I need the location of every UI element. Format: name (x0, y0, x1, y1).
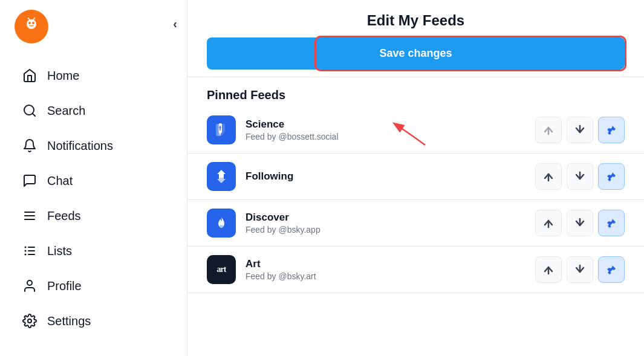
feed-info-following: Following (246, 170, 525, 183)
search-icon (22, 103, 37, 118)
feed-item-following: Following (187, 154, 644, 200)
sidebar-item-chat-label: Chat (47, 174, 73, 188)
svg-point-15 (25, 254, 27, 256)
feed-name-following: Following (246, 170, 525, 183)
pin-button-art[interactable] (598, 256, 625, 283)
sidebar-item-chat[interactable]: Chat (7, 164, 180, 197)
feed-info-art: Art Feed by @bsky.art (246, 258, 525, 281)
feed-actions-art (535, 256, 625, 283)
pin-button-science[interactable] (598, 117, 625, 143)
home-icon (22, 68, 37, 83)
pin-button-discover[interactable] (598, 210, 625, 236)
svg-point-2 (28, 22, 31, 24)
feed-author-art: Feed by @bsky.art (246, 271, 525, 281)
chat-icon (22, 173, 37, 189)
feed-author-discover: Feed by @bsky.app (246, 225, 525, 235)
feed-icon-following (207, 162, 236, 191)
feed-icon-science (207, 115, 236, 144)
feed-item-art: art Art Feed by @bsky.art (187, 247, 644, 293)
lists-icon (22, 243, 37, 259)
sidebar-item-profile[interactable]: Profile (7, 270, 180, 302)
move-up-button-following[interactable] (535, 163, 562, 190)
feeds-icon (22, 208, 37, 224)
sidebar-item-home[interactable]: Home (7, 59, 180, 92)
feed-icon-discover (207, 209, 236, 238)
save-button-wrapper: Save changes (207, 37, 625, 70)
main-content: Edit My Feeds Save changes Pinned Feeds (187, 0, 644, 356)
feed-name-art: Art (246, 258, 525, 270)
main-header: Edit My Feeds Save changes (187, 0, 644, 77)
sidebar-item-lists-label: Lists (47, 244, 72, 258)
feed-info-discover: Discover Feed by @bsky.app (246, 212, 525, 235)
svg-point-7 (34, 18, 35, 19)
move-down-button-art[interactable] (567, 256, 593, 283)
feed-author-science: Feed by @bossett.social (246, 132, 521, 141)
feed-info-science: Science Feed by @bossett.social (246, 118, 521, 141)
move-up-button-science[interactable] (535, 117, 562, 143)
pinned-feeds-title: Pinned Feeds (187, 77, 644, 107)
svg-point-13 (25, 247, 27, 248)
move-down-button-following[interactable] (567, 163, 593, 190)
svg-line-9 (33, 114, 35, 116)
save-changes-button[interactable]: Save changes (207, 37, 625, 70)
feed-actions-science (530, 117, 625, 143)
sidebar-collapse-button[interactable]: ‹ (173, 17, 177, 31)
page-title: Edit My Feeds (207, 12, 625, 29)
sidebar: ‹ Home Search Notifications (0, 0, 187, 356)
feed-actions-discover (535, 210, 625, 236)
sidebar-item-settings[interactable]: Settings (7, 305, 180, 337)
feed-name-discover: Discover (246, 212, 525, 224)
bell-icon (22, 138, 37, 154)
move-down-button-science[interactable] (567, 117, 593, 143)
svg-point-3 (32, 22, 34, 24)
move-down-button-discover[interactable] (567, 210, 593, 236)
sidebar-item-search[interactable]: Search (7, 94, 180, 127)
svg-point-19 (27, 280, 32, 285)
pin-button-following[interactable] (598, 163, 625, 190)
sidebar-item-lists[interactable]: Lists (7, 235, 180, 267)
feed-icon-art: art (207, 255, 236, 284)
sidebar-item-home-label: Home (47, 69, 79, 83)
settings-icon (22, 313, 37, 329)
sidebar-item-notifications-label: Notifications (47, 139, 113, 153)
profile-icon (22, 278, 37, 294)
feed-item-discover: Discover Feed by @bsky.app (187, 200, 644, 247)
sidebar-item-notifications[interactable]: Notifications (7, 129, 180, 162)
feed-item-science: Science Feed by @bossett.social (187, 107, 644, 154)
app-logo[interactable] (15, 10, 48, 44)
feed-icon-art-text: art (217, 265, 226, 274)
svg-point-29 (220, 225, 223, 227)
sidebar-item-feeds[interactable]: Feeds (7, 199, 180, 232)
move-up-button-art[interactable] (535, 256, 562, 283)
feed-name-science: Science (246, 118, 521, 131)
feed-list: Science Feed by @bossett.social (187, 107, 644, 293)
sidebar-item-profile-label: Profile (47, 279, 82, 293)
svg-point-14 (25, 250, 27, 252)
sidebar-item-search-label: Search (47, 104, 85, 118)
sidebar-item-settings-label: Settings (47, 314, 91, 328)
svg-point-20 (28, 319, 31, 323)
move-up-button-discover[interactable] (535, 210, 562, 236)
sidebar-item-feeds-label: Feeds (47, 209, 81, 223)
feed-actions-following (535, 163, 625, 190)
svg-point-5 (28, 18, 29, 19)
